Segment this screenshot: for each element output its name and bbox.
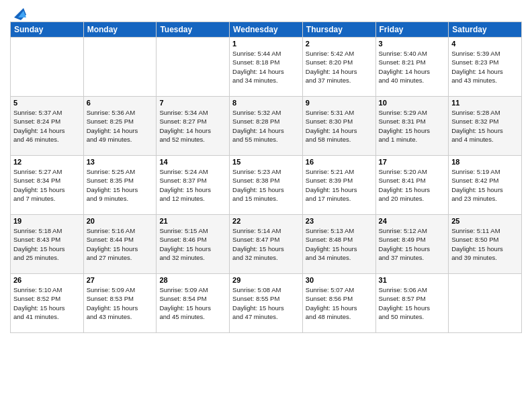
day-number: 24: [379, 217, 446, 225]
cell-info: Sunrise: 5:32 AMSunset: 8:28 PMDaylight:…: [232, 108, 300, 144]
day-number: 17: [379, 158, 446, 166]
cell-info: Sunrise: 5:09 AMSunset: 8:54 PMDaylight:…: [159, 285, 226, 321]
calendar-table: SundayMondayTuesdayWednesdayThursdayFrid…: [10, 21, 522, 333]
week-row-2: 5Sunrise: 5:37 AMSunset: 8:24 PMDaylight…: [11, 97, 522, 156]
cell-info: Sunrise: 5:24 AMSunset: 8:37 PMDaylight:…: [159, 167, 226, 203]
day-number: 4: [451, 40, 519, 48]
cell-info: Sunrise: 5:29 AMSunset: 8:31 PMDaylight:…: [379, 108, 446, 144]
logo-icon: [11, 5, 26, 20]
calendar-cell: 6Sunrise: 5:36 AMSunset: 8:25 PMDaylight…: [83, 97, 157, 156]
calendar-cell: 7Sunrise: 5:34 AMSunset: 8:27 PMDaylight…: [157, 97, 230, 156]
day-number: 29: [232, 276, 300, 284]
calendar-cell: 19Sunrise: 5:18 AMSunset: 8:43 PMDayligh…: [11, 215, 84, 274]
calendar-cell: [449, 274, 522, 333]
day-number: 13: [87, 158, 154, 166]
cell-info: Sunrise: 5:21 AMSunset: 8:39 PMDaylight:…: [306, 167, 373, 203]
weekday-header-row: SundayMondayTuesdayWednesdayThursdayFrid…: [11, 22, 522, 38]
calendar-cell: 23Sunrise: 5:13 AMSunset: 8:48 PMDayligh…: [302, 215, 375, 274]
day-number: 3: [379, 40, 446, 48]
day-number: 9: [306, 99, 373, 107]
cell-info: Sunrise: 5:08 AMSunset: 8:55 PMDaylight:…: [232, 285, 300, 321]
weekday-sunday: Sunday: [11, 22, 84, 38]
day-number: 18: [451, 158, 519, 166]
calendar-cell: 22Sunrise: 5:14 AMSunset: 8:47 PMDayligh…: [230, 215, 303, 274]
calendar-cell: 18Sunrise: 5:19 AMSunset: 8:42 PMDayligh…: [449, 156, 522, 215]
calendar-cell: 12Sunrise: 5:27 AMSunset: 8:34 PMDayligh…: [11, 156, 84, 215]
week-row-3: 12Sunrise: 5:27 AMSunset: 8:34 PMDayligh…: [11, 156, 522, 215]
calendar-page: SundayMondayTuesdayWednesdayThursdayFrid…: [0, 0, 532, 411]
cell-info: Sunrise: 5:16 AMSunset: 8:44 PMDaylight:…: [87, 226, 154, 262]
calendar-cell: [157, 38, 230, 97]
calendar-cell: 3Sunrise: 5:40 AMSunset: 8:21 PMDaylight…: [375, 38, 449, 97]
week-row-5: 26Sunrise: 5:10 AMSunset: 8:52 PMDayligh…: [11, 274, 522, 333]
calendar-cell: 31Sunrise: 5:06 AMSunset: 8:57 PMDayligh…: [375, 274, 449, 333]
cell-info: Sunrise: 5:12 AMSunset: 8:49 PMDaylight:…: [379, 226, 446, 262]
cell-info: Sunrise: 5:19 AMSunset: 8:42 PMDaylight:…: [451, 167, 519, 203]
cell-info: Sunrise: 5:20 AMSunset: 8:41 PMDaylight:…: [379, 167, 446, 203]
day-number: 20: [87, 217, 154, 225]
calendar-cell: 30Sunrise: 5:07 AMSunset: 8:56 PMDayligh…: [302, 274, 375, 333]
cell-info: Sunrise: 5:42 AMSunset: 8:20 PMDaylight:…: [306, 49, 373, 85]
day-number: 2: [306, 40, 373, 48]
calendar-cell: 25Sunrise: 5:11 AMSunset: 8:50 PMDayligh…: [449, 215, 522, 274]
cell-info: Sunrise: 5:37 AMSunset: 8:24 PMDaylight:…: [13, 108, 81, 144]
calendar-cell: 16Sunrise: 5:21 AMSunset: 8:39 PMDayligh…: [302, 156, 375, 215]
day-number: 25: [451, 217, 519, 225]
calendar-cell: 4Sunrise: 5:39 AMSunset: 8:23 PMDaylight…: [449, 38, 522, 97]
calendar-cell: 29Sunrise: 5:08 AMSunset: 8:55 PMDayligh…: [230, 274, 303, 333]
day-number: 14: [159, 158, 226, 166]
header: [10, 7, 522, 17]
calendar-cell: 17Sunrise: 5:20 AMSunset: 8:41 PMDayligh…: [375, 156, 449, 215]
calendar-cell: 11Sunrise: 5:28 AMSunset: 8:32 PMDayligh…: [449, 97, 522, 156]
day-number: 28: [159, 276, 226, 284]
cell-info: Sunrise: 5:09 AMSunset: 8:53 PMDaylight:…: [87, 285, 154, 321]
calendar-cell: 21Sunrise: 5:15 AMSunset: 8:46 PMDayligh…: [157, 215, 230, 274]
calendar-cell: 28Sunrise: 5:09 AMSunset: 8:54 PMDayligh…: [157, 274, 230, 333]
cell-info: Sunrise: 5:28 AMSunset: 8:32 PMDaylight:…: [451, 108, 519, 144]
cell-info: Sunrise: 5:15 AMSunset: 8:46 PMDaylight:…: [159, 226, 226, 262]
day-number: 6: [87, 99, 154, 107]
day-number: 19: [13, 217, 81, 225]
weekday-friday: Friday: [375, 22, 449, 38]
weekday-monday: Monday: [83, 22, 157, 38]
cell-info: Sunrise: 5:14 AMSunset: 8:47 PMDaylight:…: [232, 226, 300, 262]
day-number: 15: [232, 158, 300, 166]
calendar-cell: 27Sunrise: 5:09 AMSunset: 8:53 PMDayligh…: [83, 274, 157, 333]
day-number: 30: [306, 276, 373, 284]
cell-info: Sunrise: 5:23 AMSunset: 8:38 PMDaylight:…: [232, 167, 300, 203]
day-number: 21: [159, 217, 226, 225]
calendar-cell: [83, 38, 157, 97]
day-number: 1: [232, 40, 300, 48]
day-number: 23: [306, 217, 373, 225]
day-number: 16: [306, 158, 373, 166]
calendar-cell: 10Sunrise: 5:29 AMSunset: 8:31 PMDayligh…: [375, 97, 449, 156]
logo: [10, 7, 26, 17]
day-number: 5: [13, 99, 81, 107]
week-row-4: 19Sunrise: 5:18 AMSunset: 8:43 PMDayligh…: [11, 215, 522, 274]
calendar-cell: [11, 38, 84, 97]
cell-info: Sunrise: 5:06 AMSunset: 8:57 PMDaylight:…: [379, 285, 446, 321]
calendar-cell: 15Sunrise: 5:23 AMSunset: 8:38 PMDayligh…: [230, 156, 303, 215]
cell-info: Sunrise: 5:13 AMSunset: 8:48 PMDaylight:…: [306, 226, 373, 262]
weekday-wednesday: Wednesday: [230, 22, 303, 38]
cell-info: Sunrise: 5:39 AMSunset: 8:23 PMDaylight:…: [451, 49, 519, 85]
day-number: 12: [13, 158, 81, 166]
cell-info: Sunrise: 5:27 AMSunset: 8:34 PMDaylight:…: [13, 167, 81, 203]
day-number: 11: [451, 99, 519, 107]
day-number: 7: [159, 99, 226, 107]
day-number: 8: [232, 99, 300, 107]
week-row-1: 1Sunrise: 5:44 AMSunset: 8:18 PMDaylight…: [11, 38, 522, 97]
cell-info: Sunrise: 5:10 AMSunset: 8:52 PMDaylight:…: [13, 285, 81, 321]
weekday-tuesday: Tuesday: [157, 22, 230, 38]
calendar-cell: 26Sunrise: 5:10 AMSunset: 8:52 PMDayligh…: [11, 274, 84, 333]
calendar-cell: 2Sunrise: 5:42 AMSunset: 8:20 PMDaylight…: [302, 38, 375, 97]
cell-info: Sunrise: 5:31 AMSunset: 8:30 PMDaylight:…: [306, 108, 373, 144]
cell-info: Sunrise: 5:44 AMSunset: 8:18 PMDaylight:…: [232, 49, 300, 85]
weekday-saturday: Saturday: [449, 22, 522, 38]
cell-info: Sunrise: 5:25 AMSunset: 8:35 PMDaylight:…: [87, 167, 154, 203]
day-number: 31: [379, 276, 446, 284]
cell-info: Sunrise: 5:40 AMSunset: 8:21 PMDaylight:…: [379, 49, 446, 85]
day-number: 26: [13, 276, 81, 284]
calendar-cell: 14Sunrise: 5:24 AMSunset: 8:37 PMDayligh…: [157, 156, 230, 215]
calendar-cell: 20Sunrise: 5:16 AMSunset: 8:44 PMDayligh…: [83, 215, 157, 274]
